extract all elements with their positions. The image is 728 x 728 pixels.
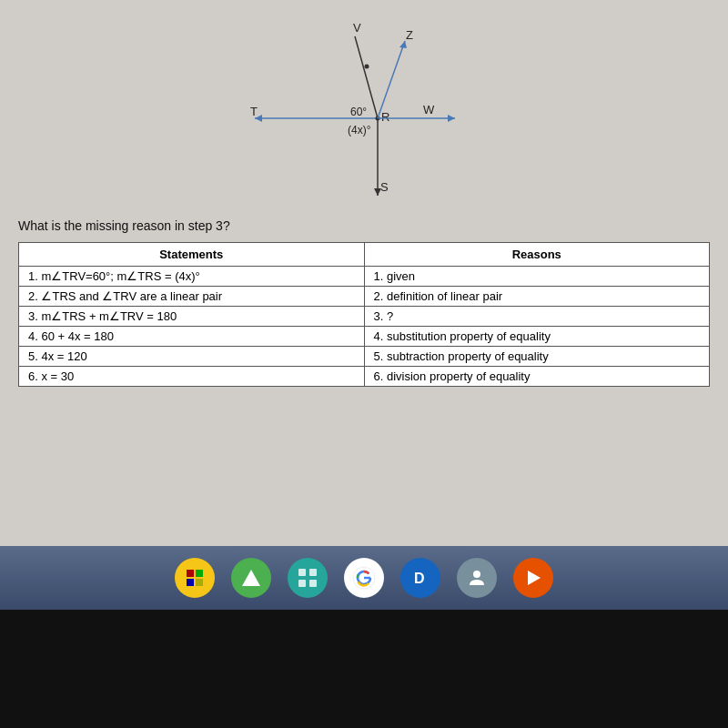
svg-text:S: S [380,180,389,194]
table-row: 3. m∠TRS + m∠TRV = 1803. ? [19,307,710,327]
diagram-area: T R 60° (4x)° V Z [18,9,710,218]
reason-cell-4: 4. substitution property of equality [364,327,710,347]
svg-marker-23 [242,570,260,586]
bottom-black-area [0,610,728,728]
statements-header: Statements [19,243,365,267]
svg-rect-27 [309,580,317,587]
taskbar-icon-6[interactable] [513,558,553,598]
svg-text:(4x)°: (4x)° [348,124,371,136]
svg-line-9 [378,41,405,118]
svg-text:Z: Z [406,28,413,42]
statement-cell-5: 5. 4x = 120 [19,347,365,367]
taskbar-icon-0[interactable] [175,558,215,598]
table-row: 4. 60 + 4x = 1804. substitution property… [19,327,710,347]
statement-cell-3: 3. m∠TRS + m∠TRV = 180 [19,307,365,327]
svg-marker-10 [399,41,407,48]
statement-cell-1: 1. m∠TRV=60°; m∠TRS = (4x)° [19,267,365,287]
svg-text:W: W [423,103,435,116]
table-row: 2. ∠TRS and ∠TRV are a linear pair2. def… [19,287,710,307]
taskbar: D [0,546,728,610]
reason-cell-5: 5. subtraction property of equality [364,347,710,367]
geometry-diagram: T R 60° (4x)° V Z [246,14,482,214]
reason-cell-2: 2. definition of linear pair [364,287,710,307]
table-row: 5. 4x = 1205. subtraction property of eq… [19,347,710,367]
proof-table: Statements Reasons 1. m∠TRV=60°; m∠TRS =… [18,242,710,387]
svg-rect-26 [298,580,306,587]
reasons-header: Reasons [364,243,710,267]
taskbar-icon-2[interactable] [288,558,328,598]
taskbar-icon-3[interactable] [344,558,384,598]
reason-cell-6: 6. division property of equality [364,367,710,387]
svg-marker-13 [448,115,455,122]
statement-cell-6: 6. x = 30 [19,367,365,387]
taskbar-icon-5[interactable] [457,558,497,598]
main-content: T R 60° (4x)° V Z [0,0,728,546]
reason-cell-3: 3. ? [364,307,710,327]
svg-rect-19 [187,570,194,577]
svg-point-18 [365,65,369,69]
taskbar-icon-4[interactable]: D [400,558,440,598]
statement-cell-2: 2. ∠TRS and ∠TRV are a linear pair [19,287,365,307]
svg-text:R: R [381,110,389,124]
screen: T R 60° (4x)° V Z [0,0,728,728]
svg-rect-24 [298,569,306,576]
svg-text:60°: 60° [350,106,367,118]
reason-cell-1: 1. given [364,267,710,287]
statement-cell-4: 4. 60 + 4x = 180 [19,327,365,347]
svg-rect-20 [196,570,203,577]
svg-point-31 [473,571,480,578]
svg-text:T: T [250,105,258,118]
table-row: 6. x = 306. division property of equalit… [19,367,710,387]
svg-rect-22 [196,579,203,586]
svg-marker-32 [528,571,541,585]
svg-rect-25 [309,569,317,576]
svg-rect-21 [187,579,194,586]
svg-text:D: D [414,571,425,586]
taskbar-icon-1[interactable] [231,558,271,598]
svg-text:V: V [353,21,361,35]
question-text: What is the missing reason in step 3? [18,218,710,233]
table-row: 1. m∠TRV=60°; m∠TRS = (4x)°1. given [19,267,710,287]
